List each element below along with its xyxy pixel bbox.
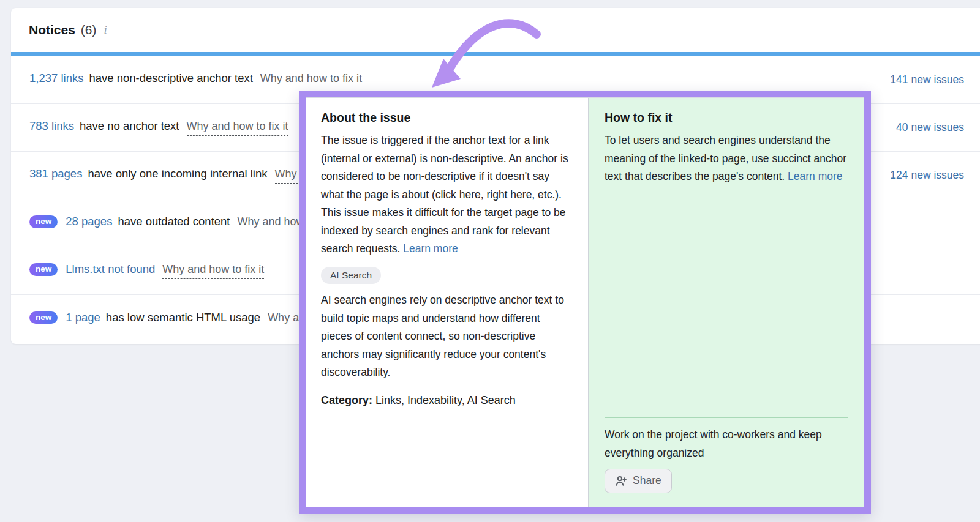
- about-paragraph: The issue is triggered if the anchor tex…: [321, 132, 573, 258]
- notices-header: Notices (6) i: [11, 8, 980, 52]
- share-note: Work on the project with co-workers and …: [605, 426, 848, 462]
- new-issues-link[interactable]: 141 new issues: [890, 73, 964, 86]
- new-badge: new: [29, 215, 58, 228]
- about-the-issue-pane: About the issue The issue is triggered i…: [306, 98, 588, 507]
- notice-count-link[interactable]: Llms.txt not found: [66, 263, 155, 276]
- notice-text: have non-descriptive anchor text: [89, 72, 252, 85]
- why-how-to-fix-link[interactable]: Why and how to fix it: [162, 263, 264, 279]
- notice-count-link[interactable]: 1,237 links: [29, 72, 83, 85]
- notices-count: (6): [81, 23, 97, 37]
- notice-count-link[interactable]: 28 pages: [66, 215, 112, 228]
- share-button[interactable]: Share: [605, 469, 672, 493]
- notice-count-link[interactable]: 1 page: [66, 311, 100, 324]
- ai-search-paragraph: AI search engines rely on descriptive an…: [321, 291, 573, 382]
- notice-text: have no anchor text: [80, 119, 179, 133]
- category-line: Category: Links, Indexability, AI Search: [321, 391, 573, 409]
- about-paragraph-text: The issue is triggered if the anchor tex…: [321, 134, 568, 255]
- divider: [605, 417, 848, 418]
- fix-heading: How to fix it: [605, 111, 848, 125]
- notice-text: have outdated content: [118, 215, 230, 228]
- learn-more-link[interactable]: Learn more: [403, 242, 458, 255]
- about-heading: About the issue: [321, 111, 573, 125]
- new-badge: new: [29, 311, 58, 324]
- learn-more-link[interactable]: Learn more: [788, 170, 843, 182]
- notice-text: have only one incoming internal link: [88, 167, 267, 181]
- new-issues-link[interactable]: 40 new issues: [896, 121, 964, 134]
- accent-bar: [11, 52, 980, 56]
- issue-details-popup: About the issue The issue is triggered i…: [299, 91, 871, 514]
- notice-count-link[interactable]: 381 pages: [29, 167, 82, 181]
- why-how-to-fix-link[interactable]: Why and how to fix it: [187, 120, 288, 136]
- category-label: Category:: [321, 394, 372, 406]
- category-value: Links, Indexability, AI Search: [375, 394, 516, 406]
- new-issues-link[interactable]: 124 new issues: [890, 169, 964, 182]
- how-to-fix-pane: How to fix it To let users and search en…: [588, 98, 864, 507]
- fix-paragraph: To let users and search engines understa…: [605, 132, 848, 186]
- notices-title: Notices: [29, 23, 75, 37]
- why-how-to-fix-link[interactable]: Why and how to fix it: [260, 72, 362, 88]
- notice-text: has low semantic HTML usage: [106, 311, 260, 324]
- notice-count-link[interactable]: 783 links: [29, 119, 74, 133]
- person-add-icon: [615, 475, 627, 487]
- new-badge: new: [29, 263, 58, 276]
- ai-search-tag: AI Search: [321, 267, 381, 285]
- share-button-label: Share: [633, 474, 662, 487]
- info-icon[interactable]: i: [104, 23, 107, 37]
- issue-details-popup-body: About the issue The issue is triggered i…: [306, 97, 864, 507]
